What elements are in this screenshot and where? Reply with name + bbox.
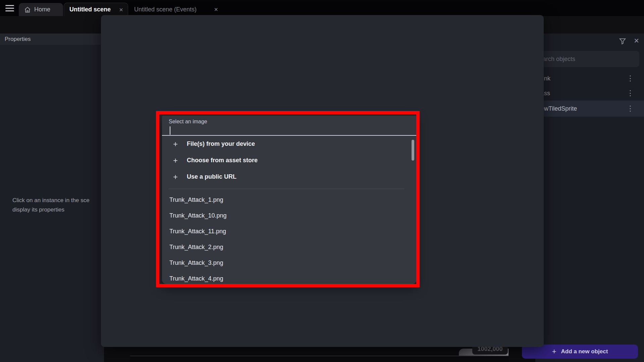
plus-icon: + — [552, 347, 556, 356]
top-tab-bar: Home Untitled scene × Untitled scene (Ev… — [0, 0, 644, 16]
dropdown-scrollbar-thumb[interactable] — [412, 140, 414, 161]
kebab-menu-icon[interactable]: ⋮ — [627, 105, 634, 112]
empty-state-text: Click on an instance in the sce — [12, 197, 90, 204]
empty-state-text: display its properties — [12, 206, 64, 213]
file-option[interactable]: Trunk_Attack_11.png — [162, 224, 410, 239]
close-icon[interactable]: × — [634, 36, 639, 46]
menu-item-files-from-device[interactable]: + File(s) from your device — [162, 136, 417, 152]
kebab-menu-icon[interactable]: ⋮ — [627, 75, 634, 82]
tab-untitled-scene[interactable]: Untitled scene × — [64, 3, 128, 16]
menu-divider — [169, 189, 404, 189]
tab-scene-label: Untitled scene — [69, 6, 111, 13]
select-image-dropdown: Select an image + File(s) from your devi… — [162, 116, 417, 284]
plus-icon: + — [171, 172, 179, 182]
home-icon — [24, 6, 31, 13]
tab-events-label: Untitled scene (Events) — [134, 6, 197, 13]
menu-item-choose-from-asset-store[interactable]: + Choose from asset store — [162, 152, 417, 169]
plus-icon: + — [171, 156, 179, 165]
tab-home[interactable]: Home — [19, 3, 63, 16]
close-icon[interactable]: × — [119, 6, 123, 13]
select-image-input[interactable] — [162, 122, 417, 135]
tab-untitled-scene-events[interactable]: Untitled scene (Events) × — [129, 3, 223, 16]
kebab-menu-icon[interactable]: ⋮ — [627, 89, 634, 97]
filter-icon[interactable] — [619, 38, 626, 45]
properties-panel-title: Properties — [5, 36, 31, 43]
menu-icon[interactable] — [5, 5, 14, 11]
tab-home-label: Home — [34, 6, 50, 13]
file-option[interactable]: Trunk_Attack_4.png — [162, 271, 410, 284]
menu-item-use-public-url[interactable]: + Use a public URL — [162, 169, 417, 185]
properties-panel-header: Properties — [0, 34, 104, 45]
file-option[interactable]: Trunk_Attack_2.png — [162, 239, 410, 255]
scene-canvas-edge — [130, 356, 508, 362]
close-icon[interactable]: × — [214, 6, 218, 13]
file-option[interactable]: Trunk_Attack_1.png — [162, 192, 410, 208]
file-option[interactable]: Trunk_Attack_10.png — [162, 208, 410, 224]
plus-icon: + — [171, 139, 179, 149]
file-option[interactable]: Trunk_Attack_3.png — [162, 255, 410, 271]
